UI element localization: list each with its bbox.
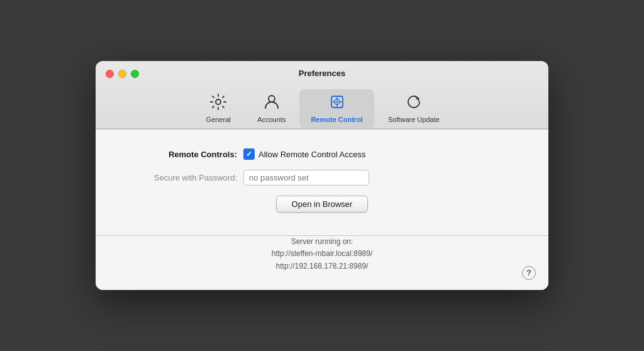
preferences-window: Preferences General xyxy=(96,61,548,290)
open-browser-button[interactable]: Open in Browser xyxy=(276,196,369,213)
tab-remote-control-label: Remote Control xyxy=(311,116,363,123)
remote-controls-label: Remote Controls: xyxy=(133,150,243,159)
bottom-section: Server running on: http://steffen-mbair.… xyxy=(96,236,548,290)
gear-icon xyxy=(209,93,227,113)
server-url1: http://steffen-mbair.local:8989/ xyxy=(133,248,511,260)
tab-software-update[interactable]: Software Update xyxy=(377,89,451,128)
allow-remote-control-text: Allow Remote Control Access xyxy=(258,150,366,159)
help-button[interactable]: ? xyxy=(522,266,536,280)
password-label: Secure with Password: xyxy=(133,173,243,182)
server-running-label: Server running on: xyxy=(133,236,511,248)
password-input[interactable] xyxy=(243,170,369,186)
remote-controls-row: Remote Controls: Allow Remote Control Ac… xyxy=(133,148,511,160)
update-icon xyxy=(405,93,423,113)
tab-general-label: General xyxy=(206,116,231,123)
tab-remote-control[interactable]: Remote Control xyxy=(299,89,374,128)
close-button[interactable] xyxy=(106,70,114,78)
maximize-button[interactable] xyxy=(131,70,139,78)
person-icon xyxy=(263,93,280,113)
toolbar: General Accounts xyxy=(106,84,538,128)
minimize-button[interactable] xyxy=(118,70,126,78)
title-bar: Preferences General xyxy=(96,61,548,129)
server-url2: http://192.168.178.21:8989/ xyxy=(133,260,511,272)
svg-point-3 xyxy=(336,101,338,103)
content-area: Remote Controls: Allow Remote Control Ac… xyxy=(96,130,548,235)
svg-point-0 xyxy=(269,96,275,102)
password-row: Secure with Password: xyxy=(133,170,511,186)
window-title: Preferences xyxy=(106,69,538,78)
tab-general[interactable]: General xyxy=(193,89,243,128)
tab-accounts[interactable]: Accounts xyxy=(246,89,297,128)
remote-icon xyxy=(328,93,346,113)
allow-remote-control-container: Allow Remote Control Access xyxy=(243,148,366,160)
server-info: Server running on: http://steffen-mbair.… xyxy=(133,236,511,277)
button-row: Open in Browser xyxy=(133,196,511,213)
tab-software-update-label: Software Update xyxy=(388,116,440,123)
allow-remote-control-checkbox[interactable] xyxy=(243,148,255,160)
tab-accounts-label: Accounts xyxy=(257,116,286,123)
traffic-lights xyxy=(106,70,139,78)
